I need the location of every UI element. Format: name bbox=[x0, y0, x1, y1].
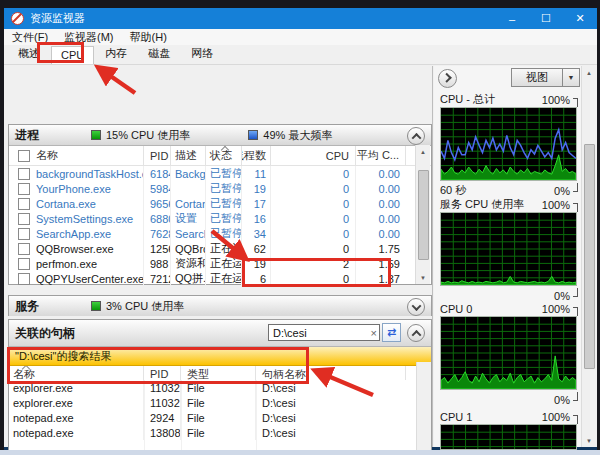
column-cpu[interactable]: CPU bbox=[271, 146, 356, 165]
search-refresh-icon[interactable]: ⇄ bbox=[382, 323, 401, 342]
view-button[interactable]: 视图 ▼ bbox=[511, 68, 580, 87]
handle-row[interactable]: explorer.exe 11032 File D:\cesi bbox=[9, 395, 417, 410]
graph-max-label: 100% bbox=[542, 411, 570, 423]
cell-avg: 1.37 bbox=[356, 271, 406, 286]
process-row[interactable]: QQPYUserCenter.exe 7212 QQ拼... 正在运行 6 0 … bbox=[9, 271, 431, 286]
cell-name: Cortana.exe bbox=[36, 198, 96, 210]
scrollbar-thumb[interactable] bbox=[584, 144, 595, 369]
handles-header[interactable]: 关联的句柄 × ⇄ bbox=[9, 320, 431, 347]
row-checkbox[interactable] bbox=[18, 213, 30, 225]
process-row[interactable]: SearchApp.exe 7628 Search... 已暂停 34 0 0.… bbox=[9, 226, 431, 241]
column-pid[interactable]: PID bbox=[144, 146, 171, 165]
scrollbar-thumb[interactable] bbox=[418, 170, 429, 260]
clear-search-icon[interactable]: × bbox=[371, 327, 377, 339]
minimize-button[interactable]: – bbox=[495, 8, 529, 29]
handle-row[interactable]: explorer.exe 11032 File D:\cesi bbox=[9, 380, 417, 395]
handles-collapse-button[interactable] bbox=[407, 324, 425, 342]
processes-scrollbar[interactable]: ▲ ▼ bbox=[415, 145, 430, 284]
tab-network[interactable]: 网络 bbox=[181, 43, 223, 64]
cell-cpu: 0 bbox=[271, 166, 356, 181]
cell-avg: 1.59 bbox=[356, 256, 406, 271]
processes-section: 进程 15% CPU 使用率 49% 最大频率 名称 PID 描述 状态 bbox=[8, 124, 432, 285]
cpu-usage-legend-icon bbox=[91, 130, 101, 140]
services-cpu-label: 3% CPU 使用率 bbox=[106, 299, 184, 314]
scroll-up-icon[interactable]: ▲ bbox=[582, 66, 596, 79]
handles-table-body: explorer.exe 11032 File D:\cesi explorer… bbox=[9, 380, 417, 455]
scale-bracket bbox=[573, 203, 578, 212]
cell-handle: D:\cesi bbox=[256, 410, 406, 425]
tab-disk[interactable]: 磁盘 bbox=[138, 43, 180, 64]
processes-table-header: 名称 PID 描述 状态 线程数 CPU 平均 C... bbox=[9, 146, 431, 166]
process-row[interactable]: backgroundTaskHost.exe 6184 Backgr... 已暂… bbox=[9, 166, 431, 181]
cell-status: 正在运行 bbox=[206, 256, 242, 271]
cell-avg: 1.75 bbox=[356, 241, 406, 256]
column-description[interactable]: 描述 bbox=[171, 146, 206, 165]
column-average-cpu[interactable]: 平均 C... bbox=[356, 146, 406, 165]
cell-cpu: 0 bbox=[271, 211, 356, 226]
tab-cpu[interactable]: CPU bbox=[51, 46, 94, 64]
graph-block: 服务 CPU 使用率100%0% bbox=[434, 197, 582, 303]
process-row[interactable]: Cortana.exe 9656 Cortana 已暂停 17 0 0.00 bbox=[9, 196, 431, 211]
cell-desc: 设置 bbox=[171, 211, 206, 226]
menubar: 文件(F) 监视器(M) 帮助(H) bbox=[4, 29, 597, 45]
handle-row[interactable]: notepad.exe 13808 File D:\cesi bbox=[9, 425, 417, 440]
services-expand-button[interactable] bbox=[407, 298, 425, 316]
cell-avg: 0.00 bbox=[356, 181, 406, 196]
column-name[interactable]: 名称 bbox=[9, 146, 144, 165]
chevron-up-icon bbox=[411, 329, 421, 339]
dropdown-arrow-icon[interactable]: ▼ bbox=[562, 69, 579, 86]
row-checkbox[interactable] bbox=[18, 198, 30, 210]
row-checkbox[interactable] bbox=[18, 228, 30, 240]
handle-row[interactable]: notepad.exe 2924 File D:\cesi bbox=[9, 410, 417, 425]
tab-overview[interactable]: 概述 bbox=[8, 43, 50, 64]
cell-pid: 11032 bbox=[144, 395, 181, 410]
cell-name: notepad.exe bbox=[9, 410, 144, 425]
cell-avg: 0.00 bbox=[356, 196, 406, 211]
handle-search-input[interactable] bbox=[268, 324, 380, 341]
cell-name: backgroundTaskHost.exe bbox=[36, 168, 144, 180]
scale-bracket bbox=[573, 98, 578, 107]
process-row[interactable]: perfmon.exe 988 资源和... 正在运行 19 2 1.59 bbox=[9, 256, 431, 271]
row-checkbox[interactable] bbox=[18, 168, 30, 180]
select-all-checkbox[interactable] bbox=[18, 150, 30, 162]
cell-avg: 0.00 bbox=[356, 226, 406, 241]
processes-collapse-button[interactable] bbox=[407, 127, 425, 145]
expand-panel-button[interactable] bbox=[438, 69, 457, 88]
cell-pid: 7628 bbox=[144, 226, 171, 241]
row-checkbox[interactable] bbox=[18, 243, 30, 255]
column-threads[interactable]: 线程数 bbox=[242, 146, 271, 165]
process-row[interactable]: QQBrowser.exe 12564 QQBro... 正在运行 62 0 1… bbox=[9, 241, 431, 256]
graph-max-label: 100% bbox=[542, 303, 570, 315]
graphs-panel: 视图 ▼ CPU - 总计100%60 秒0%服务 CPU 使用率100%0%C… bbox=[434, 66, 596, 447]
cpu-graph-canvas bbox=[440, 212, 577, 286]
scroll-down-icon[interactable]: ▼ bbox=[582, 434, 596, 447]
handles-scrollbar[interactable]: ▼ bbox=[416, 362, 431, 455]
cell-status: 正在运行 bbox=[206, 271, 242, 286]
tab-memory[interactable]: 内存 bbox=[95, 43, 137, 64]
processes-header[interactable]: 进程 15% CPU 使用率 49% 最大频率 bbox=[9, 125, 431, 146]
view-button-label: 视图 bbox=[512, 69, 562, 86]
window-title: 资源监视器 bbox=[30, 11, 85, 26]
graph-max-label: 100% bbox=[542, 94, 570, 106]
graphs-scrollbar[interactable]: ▲ ▼ bbox=[581, 66, 596, 447]
resource-monitor-window: 资源监视器 – ☐ ✕ 文件(F) 监视器(M) 帮助(H) 概述 CPU 内存… bbox=[4, 8, 597, 450]
maximize-button[interactable]: ☐ bbox=[529, 8, 563, 29]
process-row[interactable]: SystemSettings.exe 6880 设置 已暂停 16 0 0.00 bbox=[9, 211, 431, 226]
services-cpu-legend-icon bbox=[91, 301, 101, 311]
scroll-down-icon[interactable]: ▼ bbox=[416, 271, 430, 284]
row-checkbox[interactable] bbox=[18, 183, 30, 195]
cell-status: 正在运行 bbox=[206, 241, 242, 256]
graph-time-label: 60 秒 bbox=[440, 183, 466, 198]
row-checkbox[interactable] bbox=[18, 273, 30, 285]
cell-name: YourPhone.exe bbox=[36, 183, 111, 195]
processes-table-body: backgroundTaskHost.exe 6184 Backgr... 已暂… bbox=[9, 166, 431, 286]
cpu-graph-canvas bbox=[440, 107, 577, 181]
row-checkbox[interactable] bbox=[18, 258, 30, 270]
processes-title: 进程 bbox=[15, 127, 39, 144]
close-button[interactable]: ✕ bbox=[563, 8, 597, 29]
process-row[interactable]: YourPhone.exe 5984 已暂停 19 0 0.00 bbox=[9, 181, 431, 196]
scroll-up-icon[interactable]: ▲ bbox=[416, 145, 430, 158]
cpu-graph-canvas bbox=[440, 316, 577, 390]
services-header[interactable]: 服务 3% CPU 使用率 bbox=[9, 296, 431, 316]
cell-pid: 6880 bbox=[144, 211, 171, 226]
